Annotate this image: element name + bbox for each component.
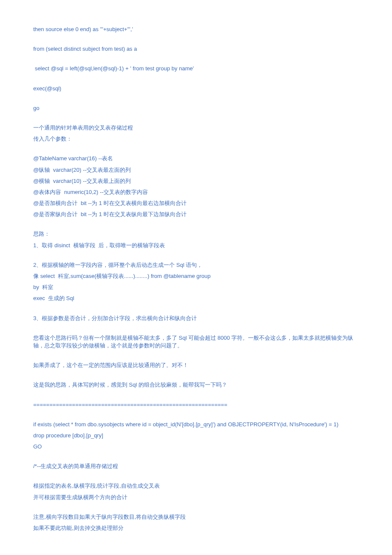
text-line: 并可根据需要生成纵横两个方向的合计 <box>33 494 359 501</box>
text-line: @是否家纵向合计 bit --为 1 时在交叉表纵向最下边加纵向合计 <box>33 211 359 218</box>
text-line: exec(@sql) <box>33 85 359 92</box>
text-line: @是否加横向合计 bit --为 1 时在交叉表横向最右边加横向合计 <box>33 199 359 207</box>
text-line: /*--生成交叉表的简单通用存储过程 <box>33 462 359 470</box>
text-line: go <box>33 104 359 112</box>
text-line: ========================================… <box>33 401 359 409</box>
text-line: @纵轴 varchar(20) --交叉表最左面的列 <box>33 166 359 174</box>
text-line: 3、根据参数是否合计，分别加合计字段，求出横向合计和纵向合计 <box>33 315 359 322</box>
text-line: 2、根据横轴的唯一字段内容，循环整个表后动态生成一个 Sql 语句， <box>33 261 359 269</box>
text-line: @表体内容 numeric(10,2) --交叉表的数字内容 <box>33 188 359 196</box>
text-line: 1、取得 disinct 横轴字段 后，取得唯一的横轴字段表 <box>33 242 359 249</box>
text-line: 注意,横向字段数目如果大于纵向字段数目,将自动交换纵横字段 <box>33 513 359 521</box>
document-body: then source else 0 end) as '''+subject+'… <box>33 26 359 532</box>
text-line: drop procedure [dbo].[p_qry] <box>33 432 359 439</box>
text-line: GO <box>33 443 359 451</box>
text-line: select @sql = left(@sql,len(@sql)-1) + '… <box>33 65 359 72</box>
text-line: from (select distinct subject from test)… <box>33 45 359 53</box>
text-line: by 科室 <box>33 283 359 291</box>
text-line: @横轴 varchar(10) --交叉表最上面的列 <box>33 177 359 185</box>
text-line: then source else 0 end) as '''+subject+'… <box>33 26 359 33</box>
text-line: exec 生成的 Sql <box>33 295 359 302</box>
text-line: 如果不要此功能,则去掉交换处理部分 <box>33 524 359 532</box>
text-line: 这是我的思路，具体写的时候，感觉到 Sql 的组合比较麻烦，能帮我写一下吗？ <box>33 381 359 389</box>
text-line: 根据指定的表名,纵横字段,统计字段,自动生成交叉表 <box>33 482 359 490</box>
text-line: @TableName varchar(16) --表名 <box>33 155 359 162</box>
text-line: if exists (select * from dbo.sysobjects … <box>33 421 359 428</box>
text-line: 像 select 科室,sum(case(横轴字段表......).......… <box>33 272 359 280</box>
text-line: 您看这个思路行吗？但有一个限制就是横轴不能太多，多了 Sql 可能会超过 800… <box>33 334 359 350</box>
text-line: 传入几个参数： <box>33 135 359 143</box>
text-line: 思路： <box>33 230 359 238</box>
text-line: 一个通用的针对单表用的交叉表存储过程 <box>33 124 359 132</box>
text-line: 如果弄成了，这个在一定的范围内应该是比较通用的了。对不！ <box>33 361 359 369</box>
